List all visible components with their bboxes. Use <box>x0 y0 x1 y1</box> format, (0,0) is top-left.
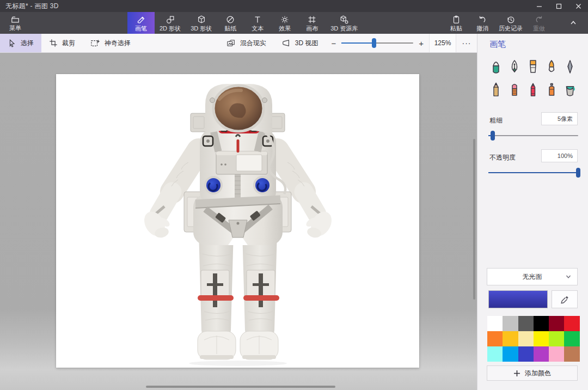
undo-icon <box>477 15 487 25</box>
palette-swatch[interactable] <box>564 316 579 331</box>
palette-swatch[interactable] <box>503 346 518 362</box>
panel-title: 画笔 <box>489 39 506 50</box>
redo-button[interactable]: 重做 <box>526 12 552 34</box>
tab-stickers[interactable]: 贴纸 <box>217 12 244 34</box>
drawing-canvas[interactable] <box>56 74 419 368</box>
thickness-slider[interactable] <box>488 131 578 141</box>
redo-icon <box>534 15 544 25</box>
close-icon <box>575 3 581 9</box>
tab-3d-library[interactable]: 3D 资源库 <box>326 12 363 34</box>
ribbon-tabs: 画笔 2D 形状 3D 形状 贴纸 文本 效果 <box>127 12 363 34</box>
palette-swatch[interactable] <box>487 316 503 331</box>
add-color-button[interactable]: 添加颜色 <box>487 365 578 381</box>
add-color-label: 添加颜色 <box>525 369 551 378</box>
pencil-button[interactable] <box>489 82 503 98</box>
palette-swatch[interactable] <box>518 346 534 362</box>
menu-button[interactable]: 菜单 <box>2 12 28 34</box>
zoom-out-button[interactable]: − <box>326 34 341 52</box>
zoom-value[interactable]: 125% <box>429 34 456 52</box>
maximize-button[interactable] <box>549 0 568 12</box>
watercolor-brush-button[interactable] <box>544 59 559 75</box>
oil-brush-button[interactable] <box>526 59 540 75</box>
mixed-reality-label: 混合现实 <box>240 39 266 48</box>
horizontal-scrollbar[interactable] <box>146 386 335 388</box>
palette-swatch[interactable] <box>564 331 579 346</box>
palette-swatch[interactable] <box>503 316 518 331</box>
mixed-reality-button[interactable]: 混合现实 <box>219 34 274 52</box>
brush-grid <box>489 59 578 98</box>
brushes-panel: 画笔 <box>477 34 588 390</box>
eraser-button[interactable] <box>507 82 522 98</box>
crop-icon <box>49 39 58 47</box>
tab-canvas[interactable]: 画布 <box>298 12 326 34</box>
spray-can-icon <box>544 82 559 98</box>
tab-brushes[interactable]: 画笔 <box>127 12 155 34</box>
palette-swatch[interactable] <box>534 331 549 346</box>
palette-swatch[interactable] <box>564 346 579 362</box>
fill-bucket-button[interactable] <box>563 82 577 98</box>
brush-icon <box>136 15 146 25</box>
palette-swatch[interactable] <box>549 316 564 331</box>
thickness-value[interactable]: 5像素 <box>541 112 578 125</box>
palette-swatch[interactable] <box>534 316 549 331</box>
watercolor-icon <box>544 59 559 75</box>
history-button[interactable]: 历史记录 <box>495 12 526 34</box>
more-options-button[interactable]: ··· <box>456 34 477 52</box>
text-icon <box>253 15 262 25</box>
zoom-slider[interactable] <box>341 34 413 52</box>
finish-dropdown[interactable]: 无光面 <box>487 268 578 285</box>
close-button[interactable] <box>568 0 588 12</box>
magic-select-tool[interactable]: 神奇选择 <box>83 34 138 52</box>
palette-swatch[interactable] <box>534 346 549 362</box>
marker-brush-button[interactable] <box>489 59 503 75</box>
history-icon <box>506 15 516 25</box>
3d-view-button[interactable]: 3D 视图 <box>274 34 326 52</box>
opacity-value[interactable]: 100% <box>541 149 578 162</box>
opacity-slider[interactable] <box>488 168 578 178</box>
astronaut-model[interactable] <box>56 74 419 368</box>
tab-effects[interactable]: 效果 <box>271 12 298 34</box>
minimize-button[interactable] <box>529 0 549 12</box>
ribbon: 菜单 画笔 2D 形状 3D 形状 贴纸 文本 <box>0 12 588 34</box>
opacity-slider-thumb[interactable] <box>576 168 580 178</box>
undo-button[interactable]: 撤消 <box>469 12 495 34</box>
select-label: 选择 <box>21 39 34 48</box>
plus-icon <box>513 370 520 377</box>
window-title: 无标题* - 画图 3D <box>0 2 59 11</box>
chevron-down-icon <box>565 273 572 280</box>
palette-swatch[interactable] <box>549 346 564 362</box>
palette-swatch[interactable] <box>518 331 534 346</box>
tab-2d-shapes[interactable]: 2D 形状 <box>155 12 186 34</box>
crop-tool[interactable]: 裁剪 <box>41 34 83 52</box>
vertical-scrollbar[interactable] <box>473 139 475 300</box>
tab-text[interactable]: 文本 <box>244 12 271 34</box>
pixel-pen-button[interactable] <box>563 59 577 75</box>
calligraphy-pen-button[interactable] <box>507 59 522 75</box>
palette-swatch[interactable] <box>518 316 534 331</box>
palette-swatch[interactable] <box>487 346 503 362</box>
thickness-slider-thumb[interactable] <box>491 131 495 141</box>
menu-icon <box>10 15 20 24</box>
select-tool[interactable]: 选择 <box>0 34 41 52</box>
eyedropper-button[interactable] <box>552 290 578 308</box>
current-color-swatch[interactable] <box>488 290 548 308</box>
effects-icon <box>280 15 290 25</box>
paste-button[interactable]: 粘贴 <box>443 12 469 34</box>
palette-swatch[interactable] <box>487 331 503 346</box>
tab-3d-shapes[interactable]: 3D 形状 <box>186 12 217 34</box>
zoom-in-button[interactable]: + <box>413 34 429 52</box>
crayon-icon <box>526 82 540 98</box>
palette-swatch[interactable] <box>549 331 564 346</box>
titlebar: 无标题* - 画图 3D <box>0 0 588 12</box>
pixel-pen-icon <box>563 59 577 75</box>
collapse-ribbon-button[interactable] <box>564 12 583 34</box>
crop-label: 裁剪 <box>62 39 75 48</box>
ribbon-actions: 粘贴 撤消 历史记录 重做 <box>443 12 552 34</box>
palette-swatch[interactable] <box>503 331 518 346</box>
crayon-button[interactable] <box>526 82 540 98</box>
zoom-slider-thumb[interactable] <box>372 38 376 48</box>
chevron-up-icon <box>569 19 577 27</box>
cursor-icon <box>8 39 16 47</box>
spray-can-button[interactable] <box>544 82 559 98</box>
magic-select-icon <box>90 39 100 47</box>
